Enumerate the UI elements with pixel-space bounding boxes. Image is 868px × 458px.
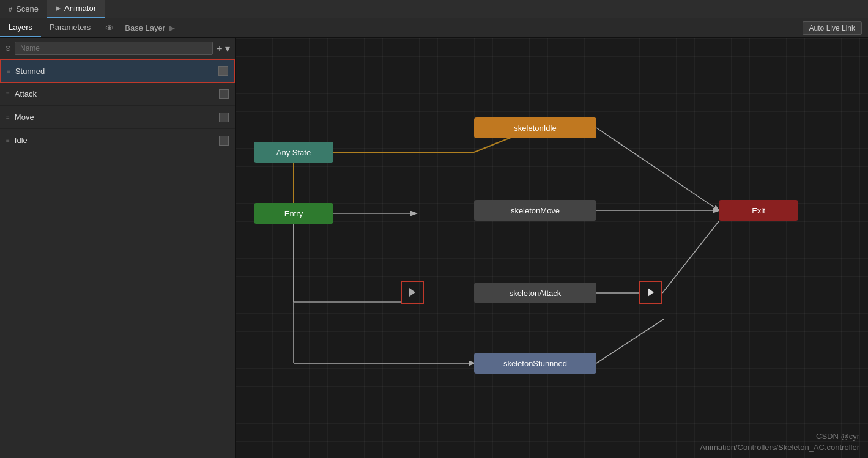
animator-tab-label: Animator: [64, 4, 96, 13]
layer-item-attack[interactable]: ≡ Attack: [0, 83, 235, 106]
layer-name-move: Move: [15, 113, 219, 122]
svg-marker-13: [409, 288, 415, 297]
auto-live-link-button[interactable]: Auto Live Link: [803, 21, 862, 35]
layer-checkbox-idle[interactable]: [219, 136, 229, 146]
svg-line-12: [596, 319, 664, 363]
layer-checkbox-move[interactable]: [219, 113, 229, 122]
watermark-line2: Animation/Controllers/Skeleton_AC.contro…: [700, 442, 859, 453]
sub-tab-layers[interactable]: Layers: [0, 18, 41, 37]
grip-icon: ≡: [6, 90, 10, 97]
layer-item-idle[interactable]: ≡ Idle: [0, 129, 235, 152]
layer-checkbox-attack[interactable]: [219, 89, 229, 99]
exit-label: Exit: [752, 206, 765, 215]
animator-icon: ▶: [56, 4, 61, 12]
arrow-box-right[interactable]: [639, 281, 662, 304]
main-layout: ⊙ + ▾ ≡ Stunned ≡ Attack ≡ Move ≡ Idle: [0, 38, 868, 458]
entry-label: Entry: [284, 209, 303, 218]
add-layer-button[interactable]: + ▾: [217, 43, 230, 54]
svg-line-6: [596, 128, 719, 210]
layer-item-move[interactable]: ≡ Move: [0, 106, 235, 129]
tab-scene[interactable]: # Scene: [0, 0, 47, 18]
node-skeleton-stunnned[interactable]: skeletonStunnned: [474, 353, 596, 374]
node-skeleton-idle[interactable]: skeletonIdle: [474, 117, 596, 138]
sub-tab-parameters[interactable]: Parameters: [41, 18, 99, 37]
search-input[interactable]: [15, 42, 213, 55]
layer-name-idle: Idle: [15, 136, 219, 145]
scene-icon: #: [9, 6, 12, 13]
node-entry[interactable]: Entry: [254, 203, 333, 224]
node-any-state[interactable]: Any State: [254, 142, 333, 163]
grip-icon: ≡: [6, 114, 10, 120]
svg-line-9: [662, 221, 719, 293]
eye-icon[interactable]: 👁: [105, 23, 114, 33]
canvas-area[interactable]: Any State Entry skeletonIdle skeletonMov…: [236, 38, 868, 458]
layer-checkbox-stunned[interactable]: [218, 66, 228, 76]
breadcrumb: Base Layer ▶: [120, 23, 802, 32]
grip-icon: ≡: [6, 137, 10, 144]
layer-name-stunned: Stunned: [15, 67, 218, 76]
node-skeleton-move[interactable]: skeletonMove: [474, 200, 596, 221]
sub-header: Layers Parameters 👁 Base Layer ▶ Auto Li…: [0, 18, 868, 38]
search-icon: ⊙: [5, 44, 11, 53]
skeleton-move-label: skeletonMove: [511, 206, 560, 215]
arrow-box-left[interactable]: [401, 281, 424, 304]
any-state-label: Any State: [276, 148, 311, 157]
scene-tab-label: Scene: [16, 4, 39, 13]
left-panel: ⊙ + ▾ ≡ Stunned ≡ Attack ≡ Move ≡ Idle: [0, 38, 236, 458]
layer-name-attack: Attack: [15, 89, 219, 98]
node-exit[interactable]: Exit: [719, 200, 798, 221]
breadcrumb-base-layer: Base Layer: [125, 23, 165, 32]
skeleton-idle-label: skeletonIdle: [514, 124, 556, 133]
layers-tab-label: Layers: [9, 23, 32, 32]
node-skeleton-attack[interactable]: skeletonAttack: [474, 283, 596, 303]
breadcrumb-arrow: ▶: [169, 23, 175, 32]
watermark: CSDN @cyr Animation/Controllers/Skeleton…: [700, 431, 859, 453]
skeleton-attack-label: skeletonAttack: [510, 289, 562, 298]
layer-item-stunned[interactable]: ≡ Stunned: [0, 59, 235, 83]
grip-icon: ≡: [7, 68, 10, 75]
skeleton-stunnned-label: skeletonStunnned: [503, 359, 567, 368]
connections-svg: [236, 38, 868, 458]
watermark-line1: CSDN @cyr: [700, 431, 859, 442]
top-bar: # Scene ▶ Animator: [0, 0, 868, 18]
parameters-tab-label: Parameters: [50, 23, 91, 32]
svg-marker-14: [648, 288, 654, 297]
tab-animator[interactable]: ▶ Animator: [47, 0, 105, 18]
search-bar: ⊙ + ▾: [0, 38, 235, 59]
